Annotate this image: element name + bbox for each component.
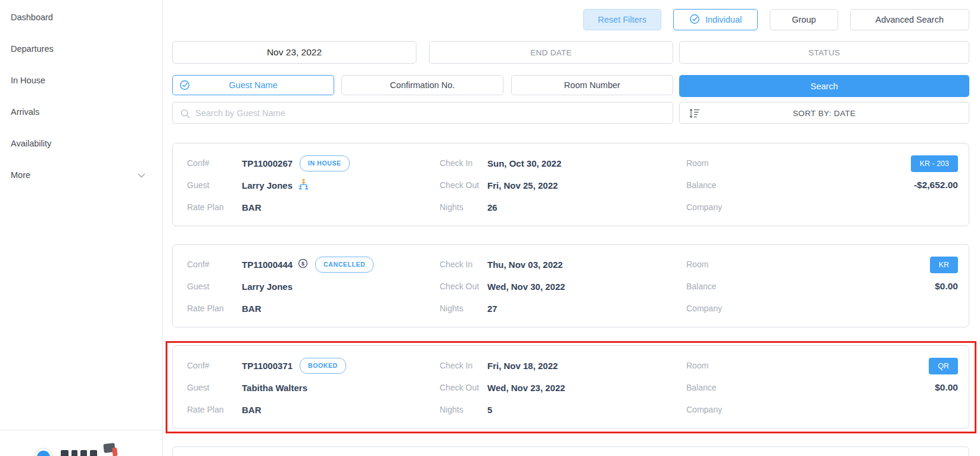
rate-plan-value: BAR: [242, 303, 262, 314]
check-circle-icon: [179, 80, 190, 92]
check-in-value: Sun, Oct 30, 2022: [487, 158, 561, 169]
guest-label: Guest: [187, 382, 209, 393]
sidebar-item-label: More: [11, 170, 30, 180]
room-badge: KR: [930, 257, 958, 273]
check-in-label: Check In: [440, 259, 472, 270]
check-in-value: Thu, Nov 03, 2022: [487, 259, 563, 270]
group-booking-icon: [297, 178, 310, 192]
search-input[interactable]: [194, 102, 665, 123]
room-label: Room: [686, 360, 708, 371]
sidebar-item-in-house[interactable]: In House: [0, 64, 162, 96]
balance-label: Balance: [686, 180, 717, 191]
guest-value: Larry Jones: [242, 180, 293, 191]
balance-value: -$2,652.00: [914, 180, 958, 190]
sidebar: Dashboard Departures In House Arrivals A…: [0, 0, 163, 456]
reservation-card[interactable]: Conf# TP11000444 $ CANCELLED Guest Larry…: [172, 244, 969, 327]
tab-confirmation-no[interactable]: Confirmation No.: [341, 75, 503, 95]
reset-filters-button[interactable]: Reset Filters: [583, 9, 661, 30]
sidebar-item-label: In House: [11, 76, 45, 85]
check-out-value: Fri, Nov 25, 2022: [487, 180, 558, 191]
room-badge: QR: [929, 358, 958, 374]
conf-label: Conf#: [187, 158, 209, 169]
brand-logo-icon: [34, 448, 53, 456]
sidebar-item-dashboard[interactable]: Dashboard: [0, 1, 162, 33]
check-in-value: Fri, Nov 18, 2022: [487, 360, 558, 371]
sidebar-item-label: Availability: [11, 139, 51, 148]
group-toggle-button[interactable]: Group: [770, 9, 838, 30]
sidebar-item-label: Arrivals: [11, 107, 39, 117]
tab-guest-name[interactable]: Guest Name: [172, 75, 334, 95]
rate-plan-label: Rate Plan: [187, 202, 223, 213]
reservation-card-highlighted[interactable]: Conf# TP11000371 BOOKED Guest Tabitha Wa…: [172, 345, 969, 429]
svg-text:$: $: [301, 260, 304, 266]
nights-value: 27: [487, 303, 497, 314]
individual-label: Individual: [705, 15, 742, 24]
search-button[interactable]: Search: [679, 75, 969, 97]
balance-value: $0.00: [935, 382, 958, 393]
sidebar-item-departures[interactable]: Departures: [0, 33, 162, 64]
rate-plan-value: BAR: [242, 202, 262, 213]
guest-line: Larry Jones: [242, 177, 310, 193]
sidebar-item-availability[interactable]: Availability: [0, 127, 162, 159]
search-box: [172, 102, 673, 124]
reservation-card[interactable]: Conf# TP11000267 IN HOUSE Guest Larry Jo…: [172, 143, 969, 226]
conf-line: TP11000371 BOOKED: [242, 358, 346, 373]
chevron-down-icon: [138, 170, 145, 180]
sidebar-footer: [0, 430, 162, 456]
guest-value: Tabitha Walters: [242, 382, 307, 393]
status-badge: BOOKED: [300, 358, 346, 374]
end-date-field[interactable]: END DATE: [429, 41, 673, 64]
status-badge: CANCELLED: [315, 257, 374, 273]
conf-label: Conf#: [187, 360, 209, 371]
guest-label: Guest: [187, 281, 209, 292]
guest-value: Larry Jones: [242, 281, 293, 292]
check-out-value: Wed, Nov 23, 2022: [487, 382, 565, 393]
main-content: Reset Filters Individual Group Advanced …: [172, 0, 969, 456]
sort-bar[interactable]: SORT BY: DATE: [679, 102, 969, 124]
sidebar-item-label: Departures: [11, 44, 54, 54]
room-badge: KR - 203: [911, 155, 958, 172]
rate-plan-label: Rate Plan: [187, 404, 223, 416]
tab-label: Confirmation No.: [390, 80, 455, 90]
tab-label: Guest Name: [229, 80, 277, 90]
check-out-label: Check Out: [440, 281, 479, 292]
balance-label: Balance: [686, 281, 717, 292]
sidebar-item-arrivals[interactable]: Arrivals: [0, 96, 162, 127]
chat-widget-icon[interactable]: [103, 443, 115, 453]
nights-value: 5: [487, 404, 492, 416]
conf-line: TP11000267 IN HOUSE: [242, 155, 350, 171]
company-label: Company: [686, 303, 722, 314]
sidebar-item-more[interactable]: More: [0, 159, 162, 190]
nights-label: Nights: [440, 404, 463, 416]
balance-value: $0.00: [935, 281, 958, 292]
individual-toggle-button[interactable]: Individual: [673, 9, 758, 30]
brand-wordmark: [61, 450, 97, 456]
company-label: Company: [686, 202, 722, 213]
dollar-circle-icon: $: [298, 258, 308, 271]
guest-label: Guest: [187, 180, 209, 191]
tab-room-number[interactable]: Room Number: [511, 75, 673, 95]
check-in-label: Check In: [440, 158, 472, 169]
conf-label: Conf#: [187, 259, 209, 270]
conf-value: TP11000371: [242, 360, 293, 371]
status-field[interactable]: STATUS: [679, 41, 969, 64]
nights-label: Nights: [440, 202, 463, 213]
reservation-card-partial[interactable]: [172, 446, 969, 456]
balance-label: Balance: [686, 382, 717, 393]
conf-value: TP11000267: [242, 158, 293, 169]
search-icon: [180, 108, 191, 119]
start-date-field[interactable]: Nov 23, 2022: [172, 41, 416, 64]
sidebar-nav: Dashboard Departures In House Arrivals A…: [0, 0, 162, 190]
rate-plan-value: BAR: [242, 404, 262, 416]
sidebar-item-label: Dashboard: [11, 13, 53, 22]
conf-line: TP11000444 $ CANCELLED: [242, 257, 374, 272]
company-label: Company: [686, 404, 722, 416]
nights-value: 26: [487, 202, 497, 213]
check-out-label: Check Out: [440, 180, 479, 191]
check-circle-icon: [689, 14, 700, 26]
advanced-search-button[interactable]: Advanced Search: [850, 9, 969, 30]
check-out-label: Check Out: [440, 382, 479, 393]
rate-plan-label: Rate Plan: [187, 303, 223, 314]
check-in-label: Check In: [440, 360, 472, 371]
room-label: Room: [686, 259, 708, 270]
